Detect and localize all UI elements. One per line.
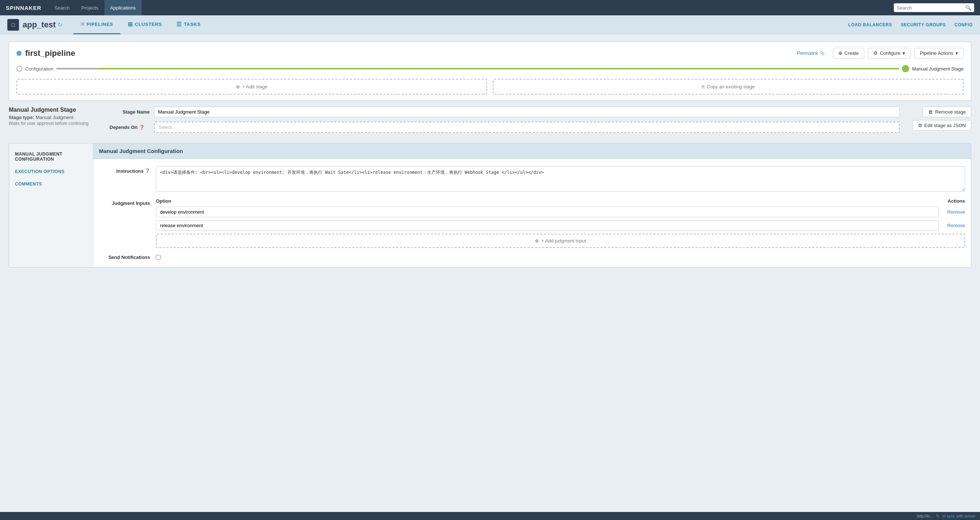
judgment-inputs-wrapper: Option Actions Remove Remove (156, 198, 965, 248)
depends-on-help-icon: ❓ (139, 125, 145, 130)
pipeline-actions-button[interactable]: Pipeline Actions ▾ (914, 48, 964, 59)
sidebar-item-comments[interactable]: COMMENTS (9, 178, 93, 190)
content-area: MANUAL JUDGMENT CONFIGURATION EXECUTION … (9, 143, 971, 268)
configure-gear-icon: ⚙ (873, 50, 878, 56)
stage-name-input[interactable] (154, 107, 900, 117)
pipelines-tab-label: PIPELINES (86, 22, 113, 27)
stage-connector-line (56, 68, 899, 69)
create-label: Create (845, 50, 859, 56)
tab-pipelines[interactable]: ≡ PIPELINES (73, 15, 120, 34)
config-stage-label: Configuration (25, 66, 53, 72)
remove-stage-label: Remove stage (935, 109, 966, 114)
config-stage-circle (16, 66, 22, 72)
app-name: app_test (23, 20, 56, 30)
config-link[interactable]: CONFIG (955, 22, 973, 27)
brand: SPINNAKER (6, 5, 41, 11)
top-search-input[interactable] (897, 5, 963, 11)
judgment-inputs-row: Judgment Inputs Option Actions Remove (99, 198, 965, 248)
stage-name-row: Stage Name (110, 107, 900, 117)
create-button[interactable]: ⊕ Create (833, 48, 864, 59)
configure-button[interactable]: ⚙ Configure ▾ (868, 48, 911, 59)
pipeline-name: first_pipeline (25, 49, 794, 58)
configure-label: Configure (880, 50, 900, 56)
app-nav: □ app_test ↻ ≡ PIPELINES ⊞ CLUSTERS ☰ TA… (0, 15, 980, 34)
judgment-input-1[interactable] (156, 207, 939, 217)
clusters-tab-icon: ⊞ (128, 21, 133, 28)
clusters-tab-label: CLUSTERS (135, 22, 162, 27)
create-plus-icon: ⊕ (838, 50, 842, 56)
add-stage-label: + Add stage (242, 84, 267, 89)
app-icon: □ (7, 19, 19, 31)
nav-item-projects[interactable]: Projects (76, 0, 104, 15)
instructions-row: Instructions ❓ (99, 166, 965, 192)
add-judgment-icon: ⊕ (535, 238, 539, 243)
config-panel: Manual Judgment Configuration Instructio… (93, 143, 971, 267)
add-stage-icon: ⊕ (236, 84, 240, 89)
send-notifications-label: Send Notifications (99, 254, 150, 260)
pipeline-status-dot (16, 51, 22, 56)
edit-json-gear-icon: ⚙ (918, 123, 922, 128)
configure-caret-icon: ▾ (903, 50, 905, 56)
remove-stage-trash-icon: 🗑 (928, 109, 933, 114)
stage-detail-title: Manual Judgment Stage (9, 107, 104, 113)
send-notifications-checkbox[interactable] (156, 255, 161, 260)
pipeline-card: first_pipeline Permalink 📎 ⊕ Create ⚙ Co… (9, 41, 971, 101)
nav-item-applications[interactable]: Applications (104, 0, 142, 15)
judgment-input-2[interactable] (156, 220, 939, 231)
instructions-label: Instructions ❓ (99, 166, 150, 174)
tab-clusters[interactable]: ⊞ CLUSTERS (121, 15, 169, 34)
nav-item-search[interactable]: Search (49, 0, 75, 15)
top-nav: SPINNAKER Search Projects Applications 🔍 (0, 0, 980, 15)
stage-config[interactable]: Configuration (16, 66, 53, 72)
copy-stage-icon: ⎘ (702, 84, 705, 89)
app-nav-tabs: ≡ PIPELINES ⊞ CLUSTERS ☰ TASKS (73, 15, 208, 34)
judgment-row-2: Remove (156, 220, 965, 231)
pipeline-actions-label: Pipeline Actions (920, 50, 953, 56)
pipeline-header: first_pipeline Permalink 📎 ⊕ Create ⚙ Co… (16, 48, 964, 59)
load-balancers-link[interactable]: LOAD BALANCERS (848, 22, 892, 27)
permalink-link[interactable]: Permalink 📎 (797, 50, 825, 56)
config-panel-body: Instructions ❓ Judgment Inputs Option Ac… (93, 159, 971, 267)
stage-detail-row: Manual Judgment Stage Stage type: Manual… (9, 107, 971, 137)
edit-json-button[interactable]: ⚙ Edit stage as JSON (912, 120, 971, 131)
tasks-tab-icon: ☰ (177, 21, 182, 28)
judgment-inputs-label: Judgment Inputs (99, 198, 150, 206)
instructions-textarea[interactable] (156, 166, 965, 192)
stage-type-value: Manual Judgment (36, 114, 73, 120)
permalink-label: Permalink (797, 50, 818, 56)
pipelines-tab-icon: ≡ (81, 21, 84, 27)
refresh-icon[interactable]: ↻ (58, 21, 62, 28)
manual-judgment-stage[interactable]: Manual Judgment Stage (902, 65, 964, 72)
manual-stage-label: Manual Judgment Stage (912, 66, 964, 72)
top-search-icon: 🔍 (965, 5, 971, 11)
add-stage-button[interactable]: ⊕ + Add stage (16, 79, 487, 95)
stage-description: Waits for user approval before continuin… (9, 121, 104, 126)
right-links: LOAD BALANCERS SECURITY GROUPS CONFIG (848, 22, 973, 27)
col-actions-header: Actions (936, 198, 965, 204)
remove-stage-button[interactable]: 🗑 Remove stage (923, 107, 971, 117)
instructions-help-icon: ❓ (145, 169, 150, 173)
depends-on-select[interactable]: Select... (154, 122, 900, 133)
sidebar-item-manual-judgment[interactable]: MANUAL JUDGMENT CONFIGURATION (9, 148, 93, 165)
add-stage-row: ⊕ + Add stage ⎘ Copy an existing stage (16, 79, 964, 95)
copy-stage-button[interactable]: ⎘ Copy an existing stage (493, 79, 964, 95)
stage-name-label: Stage Name (110, 109, 150, 114)
remove-judgment-1[interactable]: Remove (943, 209, 965, 215)
add-judgment-label: + Add judgment input (541, 238, 586, 243)
main-content: first_pipeline Permalink 📎 ⊕ Create ⚙ Co… (0, 34, 980, 512)
copy-stage-label: Copy an existing stage (707, 84, 755, 89)
pipeline-stages: Configuration Manual Judgment Stage (16, 64, 964, 74)
remove-judgment-2[interactable]: Remove (943, 223, 965, 228)
tab-tasks[interactable]: ☰ TASKS (169, 15, 208, 34)
manual-stage-circle (902, 65, 909, 72)
judgment-row-1: Remove (156, 207, 965, 217)
stage-action-buttons: 🗑 Remove stage ⚙ Edit stage as JSON (905, 107, 971, 131)
depends-on-label: Depends On ❓ (110, 124, 150, 130)
sidebar-item-execution-options[interactable]: EXECUTION OPTIONS (9, 165, 93, 178)
judgment-inputs-header: Option Actions (156, 198, 965, 204)
edit-json-label: Edit stage as JSON (924, 123, 966, 128)
security-groups-link[interactable]: SECURITY GROUPS (901, 22, 946, 27)
sidebar-nav: MANUAL JUDGMENT CONFIGURATION EXECUTION … (9, 143, 93, 267)
add-judgment-button[interactable]: ⊕ + Add judgment input (156, 234, 965, 248)
top-search-box: 🔍 (894, 3, 974, 12)
